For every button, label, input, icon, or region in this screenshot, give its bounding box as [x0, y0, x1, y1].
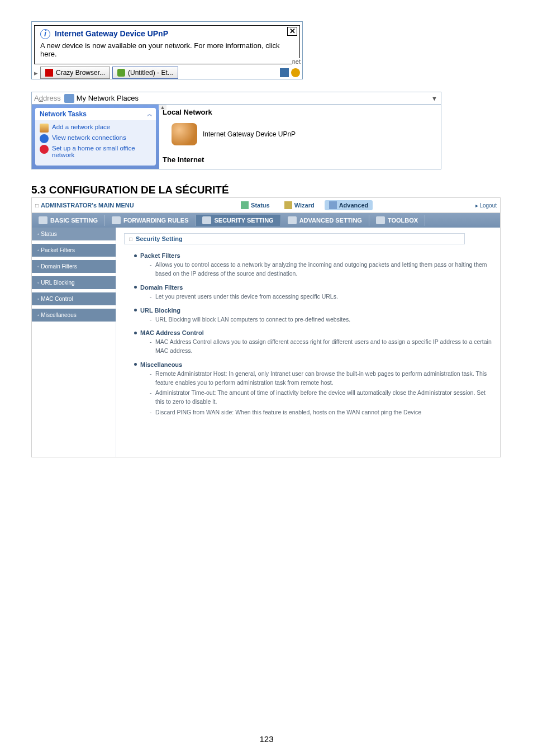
top-tabs: Status Wizard Advanced: [134, 200, 475, 210]
main-menu-label[interactable]: ADMINISTRATOR's MAIN MENU: [41, 202, 134, 209]
subtab-label: ADVANCED SETTING: [299, 217, 362, 224]
info-icon: i: [40, 29, 50, 39]
task-label: Add a network place: [52, 124, 110, 130]
task-setup-network[interactable]: Set up a home or small office network: [40, 145, 151, 158]
balloon-title: i Internet Gateway Device UPnP: [40, 29, 294, 39]
section-mac-address-control: MAC Address Control MAC Address Control …: [134, 329, 492, 356]
section-miscellaneous: Miscellaneous Remote Administrator Host:…: [134, 361, 492, 417]
nav-url-blocking[interactable]: ◦ URL Blocking: [32, 276, 116, 292]
network-places-icon: [64, 94, 74, 103]
app-icon: [45, 69, 53, 77]
address-value: My Network Places: [77, 94, 139, 102]
router-side-nav: ◦ Status ◦ Packet Filters ◦ Domain Filte…: [32, 228, 116, 457]
gateway-device-icon: [172, 123, 197, 145]
logout-link[interactable]: ▸ Logout: [475, 202, 497, 209]
nav-domain-filters[interactable]: ◦ Domain Filters: [32, 260, 116, 276]
tab-status[interactable]: Status: [236, 200, 274, 210]
device-label: Internet Gateway Device UPnP: [203, 130, 296, 138]
tab-advanced[interactable]: Advanced: [325, 200, 373, 210]
section-title: Packet Filters: [134, 252, 492, 259]
folder-icon: [40, 124, 49, 133]
explorer-window: Network Tasks ︽ Add a network place View…: [31, 105, 441, 169]
content-title-text: Security Setting: [136, 235, 183, 242]
section-packet-filters: Packet Filters Allows you to control acc…: [134, 252, 492, 278]
advanced-icon: [329, 201, 337, 209]
close-icon[interactable]: ✕: [287, 27, 297, 36]
router-body: ◦ Status ◦ Packet Filters ◦ Domain Filte…: [32, 228, 500, 457]
subtab-security-setting[interactable]: SECURITY SETTING: [196, 215, 280, 226]
network-tasks-panel: Network Tasks ︽ Add a network place View…: [35, 108, 156, 166]
taskbar-button-untitled[interactable]: (Untitled) - Et...: [112, 67, 178, 79]
toolbox-icon: [376, 216, 385, 224]
tab-wizard[interactable]: Wizard: [280, 200, 319, 210]
subtab-basic-setting[interactable]: BASIC SETTING: [32, 215, 105, 226]
taskbar-button-label: Crazy Browser...: [56, 69, 105, 77]
nav-miscellaneous[interactable]: ◦ Miscellaneous: [32, 309, 116, 325]
section-title: URL Blocking: [134, 307, 492, 314]
subtab-label: FORWARDING RULES: [123, 217, 189, 224]
tray-icon[interactable]: [291, 68, 300, 77]
task-label: Set up a home or small office network: [52, 145, 151, 158]
address-label: Address: [33, 93, 64, 103]
monitor-icon: [39, 216, 47, 224]
the-internet-heading: The Internet: [163, 153, 437, 166]
subtab-label: BASIC SETTING: [50, 217, 98, 224]
device-item[interactable]: Internet Gateway Device UPnP: [172, 123, 437, 145]
network-icon: [40, 134, 49, 143]
task-view-connections[interactable]: View network connections: [40, 134, 151, 143]
section-item: Administrator Time-out: The amount of ti…: [150, 389, 492, 407]
subtab-label: TOOLBOX: [388, 217, 418, 224]
status-icon: [241, 201, 249, 209]
section-domain-filters: Domain Filters Let you prevent users und…: [134, 284, 492, 301]
tasks-sidebar: Network Tasks ︽ Add a network place View…: [32, 105, 159, 169]
upnp-notification-block: ✕ i Internet Gateway Device UPnP A new d…: [31, 21, 303, 79]
router-admin-ui: □ ADMINISTRATOR's MAIN MENU Status Wizar…: [31, 197, 501, 457]
nav-status[interactable]: ◦ Status: [32, 228, 116, 244]
subtab-toolbox[interactable]: TOOLBOX: [369, 215, 425, 226]
section-item: Allows you to control access to a networ…: [150, 261, 492, 278]
tab-label: Wizard: [294, 202, 315, 209]
system-tray: [280, 68, 300, 77]
explorer-content: Local Network Internet Gateway Device UP…: [159, 105, 441, 169]
balloon-title-text: Internet Gateway Device UPnP: [55, 29, 168, 38]
tasks-header-label: Network Tasks: [40, 110, 87, 118]
wizard-icon: [284, 201, 292, 209]
explorer-address-bar[interactable]: Address My Network Places ▼: [31, 92, 441, 105]
balloon-body: A new device is now available on your ne…: [40, 41, 294, 58]
chevron-up-icon[interactable]: ︽: [147, 110, 151, 118]
content-title: □ Security Setting: [124, 233, 465, 244]
nav-mac-control[interactable]: ◦ MAC Control: [32, 292, 116, 309]
section-heading: 5.3 CONFIGURATION DE LA SÉCURITÉ: [31, 184, 502, 196]
dropdown-icon[interactable]: ▼: [431, 95, 440, 102]
nav-packet-filters[interactable]: ◦ Packet Filters: [32, 244, 116, 260]
subtab-forwarding-rules[interactable]: FORWARDING RULES: [105, 215, 196, 226]
router-content: □ Security Setting Packet Filters Allows…: [116, 228, 500, 457]
task-add-network-place[interactable]: Add a network place: [40, 124, 151, 133]
subtab-advanced-setting[interactable]: ADVANCED SETTING: [281, 215, 369, 226]
subtab-label: SECURITY SETTING: [214, 217, 273, 224]
section-item: Let you prevent users under this device …: [150, 292, 492, 301]
section-item: Remote Administrator Host: In general, o…: [150, 370, 492, 388]
forward-icon: [112, 216, 121, 224]
home-icon: [40, 145, 49, 154]
router-topbar: □ ADMINISTRATOR's MAIN MENU Status Wizar…: [32, 198, 500, 213]
local-network-heading: Local Network: [163, 106, 437, 119]
section-item: Discard PING from WAN side: When this fe…: [150, 408, 492, 417]
tab-label: Status: [251, 202, 270, 209]
network-tasks-header[interactable]: Network Tasks ︽: [35, 108, 156, 120]
taskbar: ▸ Crazy Browser... (Untitled) - Et...: [34, 67, 300, 79]
tray-icon[interactable]: [280, 68, 289, 77]
section-item: MAC Address Control allows you to assign…: [150, 338, 492, 356]
balloon-tail-label: net: [292, 58, 301, 65]
section-title: MAC Address Control: [134, 329, 492, 336]
task-label: View network connections: [52, 134, 126, 141]
tab-label: Advanced: [339, 202, 369, 209]
taskbar-button-label: (Untitled) - Et...: [128, 69, 173, 77]
router-sub-tabs: BASIC SETTING FORWARDING RULES SECURITY …: [32, 213, 500, 228]
app-icon: [117, 69, 125, 77]
upnp-balloon[interactable]: ✕ i Internet Gateway Device UPnP A new d…: [34, 25, 300, 64]
section-url-blocking: URL Blocking URL Blocking will block LAN…: [134, 307, 492, 324]
taskbar-button-crazy-browser[interactable]: Crazy Browser...: [40, 67, 110, 79]
gear-icon: [288, 216, 297, 224]
section-title: Miscellaneous: [134, 361, 492, 368]
